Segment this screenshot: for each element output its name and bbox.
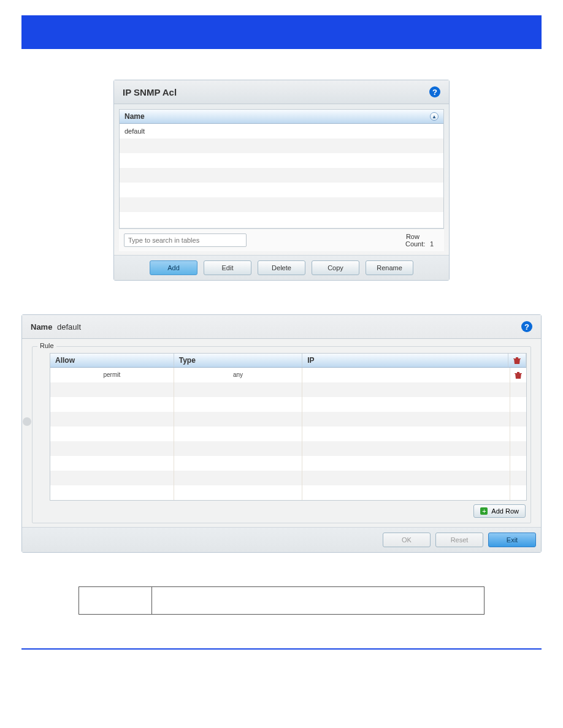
cell-name: default: [124, 127, 145, 135]
footer-divider: [21, 648, 542, 650]
cell-ip: [302, 368, 510, 382]
table-row: [120, 212, 443, 227]
ip-snmp-acl-panel: IP SNMP Acl ? Name ▲ default Row Count:: [113, 80, 450, 281]
rule-table: Allow Type IP permit any: [50, 353, 527, 501]
rule-rows-area: permit any: [50, 368, 526, 500]
help-icon[interactable]: ?: [429, 86, 440, 97]
copy-button[interactable]: Copy: [312, 260, 359, 275]
column-header-name[interactable]: Name ▲: [120, 110, 443, 124]
rule-row: [50, 412, 526, 427]
table-row[interactable]: default: [120, 124, 443, 138]
spec-table: [79, 586, 484, 615]
table-row: [120, 153, 443, 168]
add-row-button[interactable]: + Add Row: [473, 504, 526, 518]
row-count-label: Row Count: 1: [403, 233, 439, 248]
trash-icon: [515, 371, 522, 379]
info-icon: [23, 417, 31, 426]
plus-icon: +: [480, 507, 488, 515]
spec-cell: [152, 587, 484, 615]
panel-titlebar: IP SNMP Acl ?: [114, 80, 449, 104]
header-ip[interactable]: IP: [302, 354, 508, 367]
rule-row: [50, 427, 526, 441]
cell-delete[interactable]: [510, 368, 526, 382]
table-row: [120, 138, 443, 153]
exit-button[interactable]: Exit: [488, 533, 536, 547]
delete-button[interactable]: Delete: [258, 260, 305, 275]
spec-cell: [79, 587, 152, 615]
table-row: [120, 168, 443, 183]
name-value: default: [57, 322, 81, 332]
rule-row: [50, 471, 526, 485]
page-header-bar: [21, 15, 542, 49]
table-row: [120, 197, 443, 212]
panel-button-row: Add Edit Delete Copy Rename: [114, 255, 449, 280]
table-rows-area: default: [120, 124, 443, 228]
name-table: Name ▲ default: [119, 109, 444, 229]
rule-row: [50, 441, 526, 456]
search-input[interactable]: [124, 233, 247, 247]
rule-row: [50, 382, 526, 397]
ok-button[interactable]: OK: [383, 533, 431, 547]
table-footer: Row Count: 1: [119, 229, 444, 251]
sort-asc-icon[interactable]: ▲: [430, 112, 439, 121]
name-label: Name: [31, 322, 52, 332]
rule-titlebar: Name default ?: [22, 315, 541, 339]
rowcount-value: 1: [424, 240, 439, 248]
cell-allow: permit: [50, 368, 174, 382]
column-header-label: Name: [124, 112, 430, 121]
rule-row[interactable]: permit any: [50, 368, 526, 382]
name-title: Name default: [31, 322, 521, 332]
rule-row: [50, 456, 526, 471]
rule-panel-body: Rule Allow Type IP: [22, 339, 541, 527]
help-icon[interactable]: ?: [521, 321, 532, 332]
panel-title: IP SNMP Acl: [123, 87, 429, 97]
table-row: [120, 183, 443, 197]
add-row-label: Add Row: [491, 507, 519, 515]
rule-group-title: Rule: [37, 342, 56, 349]
rule-row: [50, 397, 526, 412]
header-delete[interactable]: [508, 354, 526, 367]
reset-button[interactable]: Reset: [435, 533, 483, 547]
rule-group: Rule Allow Type IP: [32, 346, 531, 523]
header-type[interactable]: Type: [174, 354, 303, 367]
rename-button[interactable]: Rename: [366, 260, 413, 275]
cell-type: any: [174, 368, 303, 382]
rule-header-row: Allow Type IP: [50, 354, 526, 368]
rule-button-row: OK Reset Exit: [22, 527, 541, 552]
add-button[interactable]: Add: [150, 260, 197, 275]
header-allow[interactable]: Allow: [50, 354, 174, 367]
add-row-wrap: + Add Row: [50, 501, 527, 519]
rule-detail-panel: Name default ? Rule Allow Type IP: [21, 314, 542, 553]
panel-body: Name ▲ default Row Count: 1: [114, 104, 449, 255]
rule-row: [50, 485, 526, 500]
trash-icon: [513, 357, 521, 365]
edit-button[interactable]: Edit: [204, 260, 251, 275]
rowcount-text: Row Count:: [405, 233, 420, 248]
